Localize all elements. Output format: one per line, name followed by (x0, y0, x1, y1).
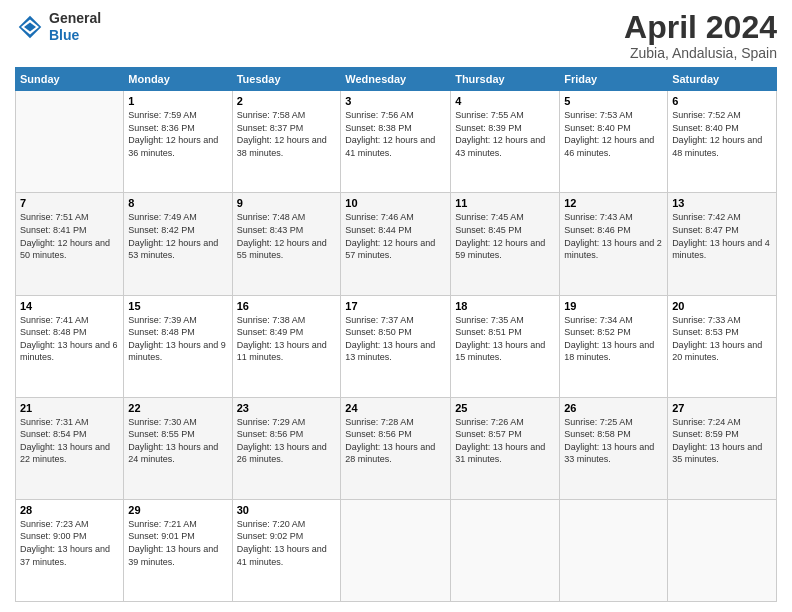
calendar-cell: 2Sunrise: 7:58 AMSunset: 8:37 PMDaylight… (232, 91, 341, 193)
day-info: Sunrise: 7:41 AMSunset: 8:48 PMDaylight:… (20, 314, 119, 364)
header-thursday: Thursday (451, 68, 560, 91)
calendar-week-2: 7Sunrise: 7:51 AMSunset: 8:41 PMDaylight… (16, 193, 777, 295)
calendar-table: SundayMondayTuesdayWednesdayThursdayFrid… (15, 67, 777, 602)
calendar-cell: 29Sunrise: 7:21 AMSunset: 9:01 PMDayligh… (124, 499, 232, 601)
day-info: Sunrise: 7:59 AMSunset: 8:36 PMDaylight:… (128, 109, 227, 159)
day-number: 19 (564, 300, 663, 312)
day-info: Sunrise: 7:31 AMSunset: 8:54 PMDaylight:… (20, 416, 119, 466)
day-info: Sunrise: 7:53 AMSunset: 8:40 PMDaylight:… (564, 109, 663, 159)
day-number: 10 (345, 197, 446, 209)
day-number: 14 (20, 300, 119, 312)
day-info: Sunrise: 7:55 AMSunset: 8:39 PMDaylight:… (455, 109, 555, 159)
day-number: 9 (237, 197, 337, 209)
day-number: 22 (128, 402, 227, 414)
calendar-header-row: SundayMondayTuesdayWednesdayThursdayFrid… (16, 68, 777, 91)
calendar-cell: 20Sunrise: 7:33 AMSunset: 8:53 PMDayligh… (668, 295, 777, 397)
calendar-cell (16, 91, 124, 193)
calendar-cell (668, 499, 777, 601)
day-info: Sunrise: 7:48 AMSunset: 8:43 PMDaylight:… (237, 211, 337, 261)
day-number: 8 (128, 197, 227, 209)
day-info: Sunrise: 7:33 AMSunset: 8:53 PMDaylight:… (672, 314, 772, 364)
calendar-week-1: 1Sunrise: 7:59 AMSunset: 8:36 PMDaylight… (16, 91, 777, 193)
day-info: Sunrise: 7:49 AMSunset: 8:42 PMDaylight:… (128, 211, 227, 261)
logo-icon (15, 12, 45, 42)
day-info: Sunrise: 7:26 AMSunset: 8:57 PMDaylight:… (455, 416, 555, 466)
day-number: 7 (20, 197, 119, 209)
day-info: Sunrise: 7:37 AMSunset: 8:50 PMDaylight:… (345, 314, 446, 364)
subtitle: Zubia, Andalusia, Spain (624, 45, 777, 61)
calendar-cell: 30Sunrise: 7:20 AMSunset: 9:02 PMDayligh… (232, 499, 341, 601)
day-info: Sunrise: 7:56 AMSunset: 8:38 PMDaylight:… (345, 109, 446, 159)
title-block: April 2024 Zubia, Andalusia, Spain (624, 10, 777, 61)
header-friday: Friday (560, 68, 668, 91)
calendar-cell: 8Sunrise: 7:49 AMSunset: 8:42 PMDaylight… (124, 193, 232, 295)
day-info: Sunrise: 7:38 AMSunset: 8:49 PMDaylight:… (237, 314, 337, 364)
day-info: Sunrise: 7:45 AMSunset: 8:45 PMDaylight:… (455, 211, 555, 261)
logo: General Blue (15, 10, 101, 44)
day-info: Sunrise: 7:28 AMSunset: 8:56 PMDaylight:… (345, 416, 446, 466)
calendar-cell: 14Sunrise: 7:41 AMSunset: 8:48 PMDayligh… (16, 295, 124, 397)
day-info: Sunrise: 7:25 AMSunset: 8:58 PMDaylight:… (564, 416, 663, 466)
header-monday: Monday (124, 68, 232, 91)
day-info: Sunrise: 7:23 AMSunset: 9:00 PMDaylight:… (20, 518, 119, 568)
day-number: 29 (128, 504, 227, 516)
calendar-cell: 18Sunrise: 7:35 AMSunset: 8:51 PMDayligh… (451, 295, 560, 397)
day-number: 23 (237, 402, 337, 414)
calendar-cell: 17Sunrise: 7:37 AMSunset: 8:50 PMDayligh… (341, 295, 451, 397)
calendar-cell: 25Sunrise: 7:26 AMSunset: 8:57 PMDayligh… (451, 397, 560, 499)
day-number: 26 (564, 402, 663, 414)
header-saturday: Saturday (668, 68, 777, 91)
header-tuesday: Tuesday (232, 68, 341, 91)
calendar-cell (560, 499, 668, 601)
day-number: 6 (672, 95, 772, 107)
calendar-cell (451, 499, 560, 601)
day-number: 28 (20, 504, 119, 516)
calendar-week-4: 21Sunrise: 7:31 AMSunset: 8:54 PMDayligh… (16, 397, 777, 499)
logo-text: General Blue (49, 10, 101, 44)
day-number: 2 (237, 95, 337, 107)
day-info: Sunrise: 7:43 AMSunset: 8:46 PMDaylight:… (564, 211, 663, 261)
day-number: 16 (237, 300, 337, 312)
day-number: 13 (672, 197, 772, 209)
calendar-week-5: 28Sunrise: 7:23 AMSunset: 9:00 PMDayligh… (16, 499, 777, 601)
day-number: 18 (455, 300, 555, 312)
day-number: 12 (564, 197, 663, 209)
day-number: 4 (455, 95, 555, 107)
day-info: Sunrise: 7:30 AMSunset: 8:55 PMDaylight:… (128, 416, 227, 466)
header-sunday: Sunday (16, 68, 124, 91)
main-title: April 2024 (624, 10, 777, 45)
calendar-cell: 9Sunrise: 7:48 AMSunset: 8:43 PMDaylight… (232, 193, 341, 295)
day-number: 1 (128, 95, 227, 107)
day-number: 30 (237, 504, 337, 516)
day-info: Sunrise: 7:46 AMSunset: 8:44 PMDaylight:… (345, 211, 446, 261)
day-info: Sunrise: 7:52 AMSunset: 8:40 PMDaylight:… (672, 109, 772, 159)
day-info: Sunrise: 7:20 AMSunset: 9:02 PMDaylight:… (237, 518, 337, 568)
day-number: 24 (345, 402, 446, 414)
calendar-cell: 21Sunrise: 7:31 AMSunset: 8:54 PMDayligh… (16, 397, 124, 499)
day-info: Sunrise: 7:21 AMSunset: 9:01 PMDaylight:… (128, 518, 227, 568)
day-info: Sunrise: 7:29 AMSunset: 8:56 PMDaylight:… (237, 416, 337, 466)
header-wednesday: Wednesday (341, 68, 451, 91)
calendar-cell: 5Sunrise: 7:53 AMSunset: 8:40 PMDaylight… (560, 91, 668, 193)
day-info: Sunrise: 7:42 AMSunset: 8:47 PMDaylight:… (672, 211, 772, 261)
calendar-cell: 7Sunrise: 7:51 AMSunset: 8:41 PMDaylight… (16, 193, 124, 295)
calendar-cell: 27Sunrise: 7:24 AMSunset: 8:59 PMDayligh… (668, 397, 777, 499)
calendar-cell: 6Sunrise: 7:52 AMSunset: 8:40 PMDaylight… (668, 91, 777, 193)
calendar-cell (341, 499, 451, 601)
calendar-cell: 24Sunrise: 7:28 AMSunset: 8:56 PMDayligh… (341, 397, 451, 499)
calendar-cell: 1Sunrise: 7:59 AMSunset: 8:36 PMDaylight… (124, 91, 232, 193)
day-info: Sunrise: 7:24 AMSunset: 8:59 PMDaylight:… (672, 416, 772, 466)
day-number: 5 (564, 95, 663, 107)
calendar-cell: 15Sunrise: 7:39 AMSunset: 8:48 PMDayligh… (124, 295, 232, 397)
header: General Blue April 2024 Zubia, Andalusia… (15, 10, 777, 61)
day-number: 27 (672, 402, 772, 414)
calendar-cell: 22Sunrise: 7:30 AMSunset: 8:55 PMDayligh… (124, 397, 232, 499)
day-number: 17 (345, 300, 446, 312)
calendar-cell: 10Sunrise: 7:46 AMSunset: 8:44 PMDayligh… (341, 193, 451, 295)
calendar-cell: 11Sunrise: 7:45 AMSunset: 8:45 PMDayligh… (451, 193, 560, 295)
day-number: 3 (345, 95, 446, 107)
day-info: Sunrise: 7:58 AMSunset: 8:37 PMDaylight:… (237, 109, 337, 159)
day-info: Sunrise: 7:51 AMSunset: 8:41 PMDaylight:… (20, 211, 119, 261)
calendar-cell: 26Sunrise: 7:25 AMSunset: 8:58 PMDayligh… (560, 397, 668, 499)
calendar-cell: 19Sunrise: 7:34 AMSunset: 8:52 PMDayligh… (560, 295, 668, 397)
